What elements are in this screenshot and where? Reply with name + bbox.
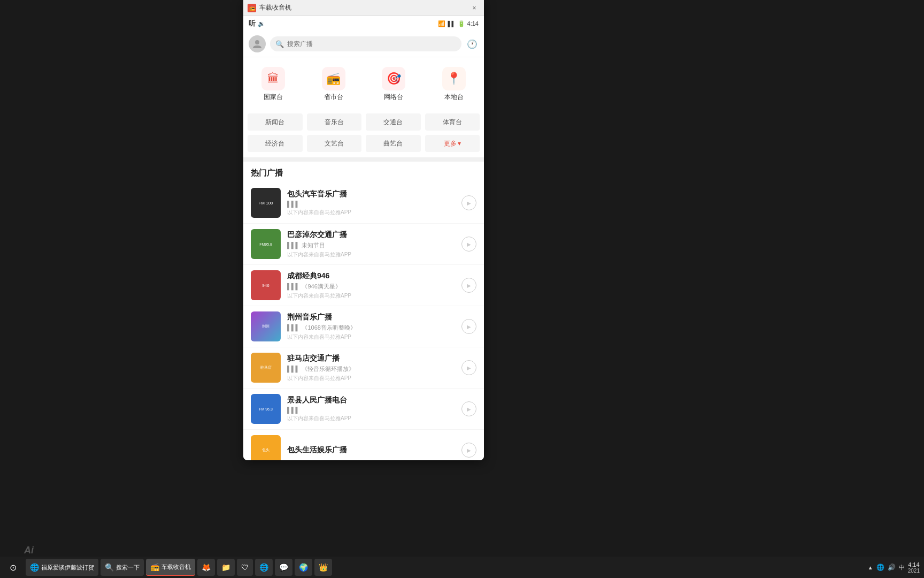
radio-sub-2: ▌▌▌ 未知节目 bbox=[287, 241, 455, 249]
radio-item[interactable]: 946 成都经典946 ▌▌▌ 《946满天星》 以下内容来自喜马拉雅APP ▶ bbox=[243, 265, 484, 306]
radio-info-6: 景县人民广播电台 ▌▌▌ 以下内容来自喜马拉雅APP bbox=[287, 396, 455, 422]
title-bar: 📻 车载收音机 × bbox=[243, 0, 484, 16]
radio-sub-1: ▌▌▌ bbox=[287, 201, 455, 207]
play-button-3[interactable]: ▶ bbox=[461, 278, 476, 293]
ie-icon: 🌐 bbox=[30, 563, 39, 572]
waveform-icon: ▌▌▌ bbox=[287, 407, 299, 413]
radio-from-4: 以下内容来自喜马拉雅APP bbox=[287, 333, 455, 341]
app-content: 听 🔉 📶 ▌▌ 🔋 4:14 🔍 🕐 bbox=[243, 16, 484, 460]
radio-info-5: 驻马店交通广播 ▌▌▌ 《轻音乐循环播放》 以下内容来自喜马拉雅APP bbox=[287, 354, 455, 382]
network-icon: 🎯 bbox=[382, 67, 405, 90]
status-left: 听 🔉 bbox=[249, 19, 265, 28]
search-input-wrap[interactable]: 🔍 bbox=[270, 36, 461, 51]
tag-culture[interactable]: 文艺台 bbox=[307, 135, 362, 152]
signal-bars-icon: ▌▌ bbox=[448, 21, 455, 27]
tag-economy[interactable]: 经济台 bbox=[248, 135, 303, 152]
waveform-icon: ▌▌▌ bbox=[287, 324, 299, 331]
tray-icon-up[interactable]: ▲ bbox=[868, 565, 873, 571]
close-button[interactable]: × bbox=[469, 3, 480, 13]
province-icon: 📻 bbox=[322, 67, 345, 90]
taskbar-right: ▲ 🌐 🔊 中 4:14 2021 bbox=[868, 561, 920, 574]
tag-art[interactable]: 曲艺台 bbox=[366, 135, 421, 152]
radio-info-1: 包头汽车音乐广播 ▌▌▌ 以下内容来自喜马拉雅APP bbox=[287, 189, 455, 216]
radio-sub-4: ▌▌▌ 《1068音乐听整晚》 bbox=[287, 324, 455, 332]
ai-text: Ai bbox=[24, 545, 34, 556]
radio-from-6: 以下内容来自喜马拉雅APP bbox=[287, 415, 455, 422]
taskbar-app-extra2[interactable]: 🌍 bbox=[295, 559, 312, 576]
search-app-icon: 🔍 bbox=[105, 563, 114, 572]
national-icon: 🏛 bbox=[261, 67, 285, 90]
taskbar-app-extra[interactable]: 💬 bbox=[275, 559, 292, 576]
play-button-7[interactable]: ▶ bbox=[461, 443, 476, 458]
play-button-5[interactable]: ▶ bbox=[461, 360, 476, 375]
taskbar-app-360[interactable]: 🛡 bbox=[237, 559, 253, 576]
radio-info-2: 巴彦淖尔交通广播 ▌▌▌ 未知节目 以下内容来自喜马拉雅APP bbox=[287, 230, 455, 258]
network-tray-icon[interactable]: 🌐 bbox=[876, 564, 884, 571]
firefox-icon: 🦊 bbox=[202, 563, 211, 572]
folder-icon: 📁 bbox=[221, 563, 230, 572]
category-national[interactable]: 🏛 国家台 bbox=[243, 63, 304, 106]
history-icon[interactable]: 🕐 bbox=[466, 37, 479, 50]
category-province[interactable]: 📻 省市台 bbox=[304, 63, 364, 106]
waveform-icon: ▌▌▌ bbox=[287, 201, 299, 207]
volume-icon[interactable]: 🔊 bbox=[888, 564, 896, 571]
title-bar-label: 车载收音机 bbox=[259, 3, 469, 12]
crown-icon: 👑 bbox=[319, 563, 328, 572]
network-label: 网络台 bbox=[384, 93, 403, 102]
taskbar-app-news[interactable]: 🌐 福原爱谈伊藤波打贺 bbox=[26, 559, 98, 576]
radio-item[interactable]: 包头 包头生活娱乐广播 ▶ bbox=[243, 430, 484, 460]
app-window: 📻 车载收音机 × 听 🔉 📶 ▌▌ 🔋 4:14 bbox=[243, 0, 484, 460]
taskbar-app-folder[interactable]: 📁 bbox=[217, 559, 235, 576]
radio-item[interactable]: 荆州 荆州音乐广播 ▌▌▌ 《1068音乐听整晚》 以下内容来自喜马拉雅APP … bbox=[243, 306, 484, 347]
radio-info-4: 荆州音乐广播 ▌▌▌ 《1068音乐听整晚》 以下内容来自喜马拉雅APP bbox=[287, 313, 455, 341]
taskbar-app-radio[interactable]: 📻 车载收音机 bbox=[146, 559, 195, 576]
play-button-1[interactable]: ▶ bbox=[461, 195, 476, 210]
section-divider bbox=[243, 157, 484, 162]
taskbar-app-search[interactable]: 🔍 搜索一下 bbox=[101, 559, 144, 576]
tag-sports[interactable]: 体育台 bbox=[425, 113, 480, 131]
globe-icon: 🌍 bbox=[299, 563, 308, 572]
radio-from-2: 以下内容来自喜马拉雅APP bbox=[287, 251, 455, 258]
radio-name-5: 驻马店交通广播 bbox=[287, 354, 455, 363]
taskbar-app-extra3[interactable]: 👑 bbox=[314, 559, 332, 576]
radio-from-5: 以下内容来自喜马拉雅APP bbox=[287, 375, 455, 382]
play-button-2[interactable]: ▶ bbox=[461, 237, 476, 252]
category-network[interactable]: 🎯 网络台 bbox=[364, 63, 424, 106]
category-local[interactable]: 📍 本地台 bbox=[424, 63, 484, 106]
radio-item[interactable]: FM 100 包头汽车音乐广播 ▌▌▌ 以下内容来自喜马拉雅APP ▶ bbox=[243, 182, 484, 224]
status-bar: 听 🔉 📶 ▌▌ 🔋 4:14 bbox=[243, 16, 484, 31]
radio-item[interactable]: FM95.8 巴彦淖尔交通广播 ▌▌▌ 未知节目 以下内容来自喜马拉雅APP ▶ bbox=[243, 224, 484, 265]
hot-section: 热门广播 FM 100 包头汽车音乐广播 ▌▌▌ 以下内容来自喜马拉雅APP ▶ bbox=[243, 162, 484, 460]
taskbar-app-firefox[interactable]: 🦊 bbox=[197, 559, 215, 576]
waveform-icon: ▌▌▌ bbox=[287, 283, 299, 290]
avatar[interactable] bbox=[249, 35, 266, 52]
tag-news[interactable]: 新闻台 bbox=[248, 113, 303, 131]
tag-music[interactable]: 音乐台 bbox=[307, 113, 362, 131]
radio-item[interactable]: FM 96.3 景县人民广播电台 ▌▌▌ 以下内容来自喜马拉雅APP ▶ bbox=[243, 389, 484, 430]
start-button[interactable]: ⊙ bbox=[4, 559, 21, 576]
wifi-icon: 📶 bbox=[438, 20, 445, 27]
radio-info-7: 包头生活娱乐广播 bbox=[287, 445, 455, 455]
chevron-down-icon: ▾ bbox=[458, 140, 461, 147]
search-input[interactable] bbox=[287, 40, 456, 48]
battery-icon: 🔋 bbox=[458, 20, 465, 27]
clock-time: 4:14 bbox=[467, 20, 479, 27]
taskbar-app-chrome[interactable]: 🌐 bbox=[255, 559, 273, 576]
tag-more[interactable]: 更多 ▾ bbox=[425, 135, 480, 152]
tag-traffic[interactable]: 交通台 bbox=[366, 113, 421, 131]
radio-item[interactable]: 驻马店 驻马店交通广播 ▌▌▌ 《轻音乐循环播放》 以下内容来自喜马拉雅APP … bbox=[243, 347, 484, 389]
waveform-icon: ▌▌▌ bbox=[287, 242, 299, 248]
play-button-4[interactable]: ▶ bbox=[461, 319, 476, 334]
signal-icon: 🔉 bbox=[258, 20, 265, 27]
clock-display[interactable]: 4:14 2021 bbox=[908, 561, 920, 574]
search-bar: 🔍 🕐 bbox=[243, 31, 484, 57]
ime-icon[interactable]: 中 bbox=[899, 564, 905, 572]
radio-name-2: 巴彦淖尔交通广播 bbox=[287, 230, 455, 240]
radio-from-3: 以下内容来自喜马拉雅APP bbox=[287, 292, 455, 300]
taskbar: ⊙ 🌐 福原爱谈伊藤波打贺 🔍 搜索一下 📻 车载收音机 🦊 📁 🛡 🌐 💬 bbox=[0, 557, 924, 578]
tag-grid: 新闻台 音乐台 交通台 体育台 经济台 文艺台 曲艺台 更多 ▾ bbox=[243, 111, 484, 157]
radio-name-6: 景县人民广播电台 bbox=[287, 396, 455, 405]
category-grid: 🏛 国家台 📻 省市台 🎯 网络台 📍 本地台 bbox=[243, 57, 484, 111]
play-button-6[interactable]: ▶ bbox=[461, 401, 476, 416]
radio-name-7: 包头生活娱乐广播 bbox=[287, 445, 455, 455]
